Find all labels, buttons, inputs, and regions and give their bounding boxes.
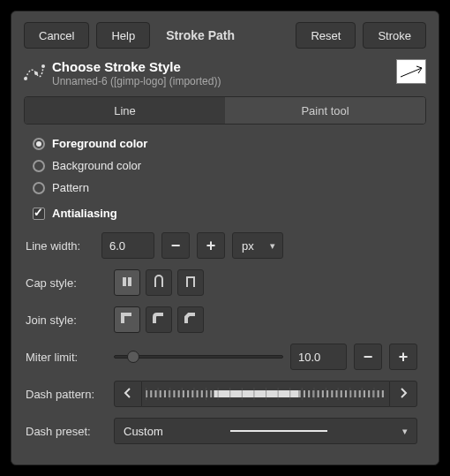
miter-limit-input[interactable] xyxy=(290,344,347,370)
miter-limit-label: Miter limit: xyxy=(26,351,107,364)
cap-style-label: Cap style: xyxy=(26,276,107,290)
radio-pattern-row[interactable]: Pattern xyxy=(33,179,417,196)
join-round[interactable] xyxy=(146,306,172,333)
dash-pattern-preview[interactable] xyxy=(142,381,389,407)
header-subtitle: Unnamed-6 ([gimp-logo] (imported)) xyxy=(52,75,221,87)
join-miter[interactable] xyxy=(114,306,140,333)
svg-line-4 xyxy=(416,66,422,68)
line-options: Foreground color Background color Patter… xyxy=(11,125,439,453)
stroke-button[interactable]: Stroke xyxy=(363,22,426,49)
svg-point-1 xyxy=(34,72,38,75)
header: Choose Stroke Style Unnamed-6 ([gimp-log… xyxy=(11,57,439,96)
radio-background-row[interactable]: Background color xyxy=(33,157,417,174)
cap-round-icon xyxy=(152,275,166,291)
radio-foreground-row[interactable]: Foreground color xyxy=(33,135,417,152)
help-button[interactable]: Help xyxy=(96,22,150,49)
tab-line[interactable]: Line xyxy=(25,97,225,124)
svg-rect-7 xyxy=(128,277,131,286)
radio-pattern-label: Pattern xyxy=(52,181,89,194)
chevron-right-icon xyxy=(397,387,409,402)
cap-style-group xyxy=(114,269,204,296)
dash-prev[interactable] xyxy=(114,381,142,407)
miter-decrement[interactable]: − xyxy=(354,344,382,370)
svg-point-0 xyxy=(24,77,27,80)
line-width-decrement[interactable]: − xyxy=(161,232,190,259)
join-bevel[interactable] xyxy=(177,306,204,333)
stroke-path-dialog: Cancel Help Stroke Path Reset Stroke Cho… xyxy=(11,11,439,465)
miter-slider-thumb[interactable] xyxy=(127,351,139,363)
svg-rect-6 xyxy=(123,277,126,286)
chevron-left-icon xyxy=(122,387,134,402)
dialog-title: Stroke Path xyxy=(157,23,244,48)
cancel-button[interactable]: Cancel xyxy=(24,22,89,49)
tabs: Line Paint tool xyxy=(24,96,426,125)
radio-foreground[interactable] xyxy=(33,138,45,150)
line-width-label: Line width: xyxy=(26,239,94,253)
svg-rect-9 xyxy=(214,390,298,397)
reset-button[interactable]: Reset xyxy=(296,22,356,49)
antialias-label: Antialiasing xyxy=(52,207,117,220)
line-width-increment[interactable]: + xyxy=(197,232,225,259)
antialias-checkbox[interactable] xyxy=(33,208,45,220)
radio-foreground-label: Foreground color xyxy=(52,137,147,150)
path-icon xyxy=(24,61,45,82)
radio-pattern[interactable] xyxy=(33,182,45,194)
dash-preset-value: Custom xyxy=(124,425,163,438)
tab-paint-tool[interactable]: Paint tool xyxy=(225,97,425,124)
cap-butt-icon xyxy=(120,275,134,291)
radio-background[interactable] xyxy=(33,160,45,172)
join-round-icon xyxy=(152,312,166,329)
line-width-unit[interactable]: px xyxy=(232,232,283,259)
cap-round[interactable] xyxy=(146,269,172,296)
miter-slider[interactable] xyxy=(114,348,283,366)
cap-square[interactable] xyxy=(177,269,204,296)
header-text: Choose Stroke Style Unnamed-6 ([gimp-log… xyxy=(52,59,221,87)
join-style-label: Join style: xyxy=(26,314,107,327)
dash-preset-label: Dash preset: xyxy=(26,425,107,438)
miter-increment[interactable]: + xyxy=(389,344,417,370)
dash-pattern-label: Dash pattern: xyxy=(26,388,107,401)
cap-square-icon xyxy=(184,275,198,291)
join-style-group xyxy=(114,306,204,333)
stroke-preview xyxy=(396,59,426,84)
dash-preset-line-preview xyxy=(230,430,327,432)
dash-preset-combo[interactable]: Custom xyxy=(114,418,417,444)
join-bevel-icon xyxy=(184,312,198,329)
radio-background-label: Background color xyxy=(52,159,141,172)
join-miter-icon xyxy=(120,312,134,329)
line-width-input[interactable] xyxy=(101,232,154,259)
header-title: Choose Stroke Style xyxy=(52,59,221,74)
cap-butt[interactable] xyxy=(114,269,140,296)
action-bar: Cancel Help Stroke Path Reset Stroke xyxy=(11,11,439,57)
svg-point-2 xyxy=(41,64,45,68)
dash-next[interactable] xyxy=(389,381,417,407)
antialias-row[interactable]: Antialiasing xyxy=(33,205,417,222)
